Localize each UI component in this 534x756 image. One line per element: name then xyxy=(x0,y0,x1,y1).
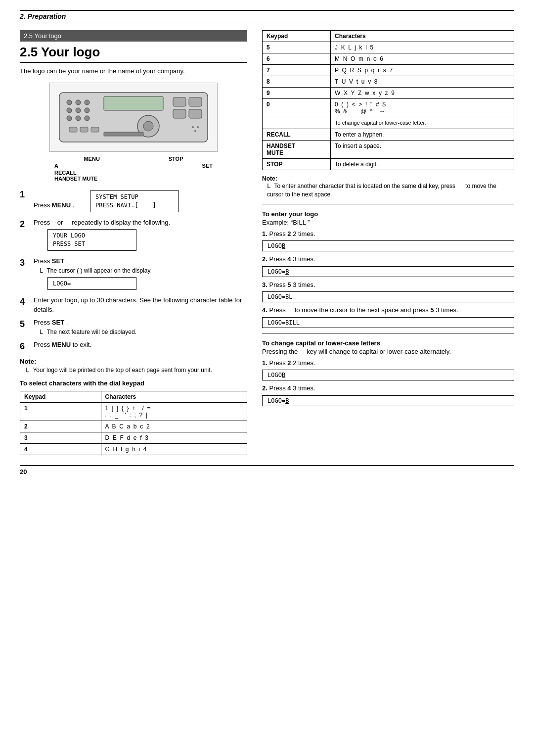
table-row: 6 M N O m n o 6 xyxy=(263,53,514,65)
svg-point-21 xyxy=(192,126,194,128)
key-9: 9 xyxy=(263,88,331,99)
enter-step-1: 1. Press 2 2 times. xyxy=(262,229,514,239)
change-capital-title: To change capital or lower-case letters xyxy=(262,339,514,347)
key-3: 3 xyxy=(20,432,101,443)
note-main-text: Your logo will be printed on the top of … xyxy=(20,366,247,375)
svg-point-3 xyxy=(76,100,81,105)
step-3-num: 3 xyxy=(20,257,34,292)
table-row: 4 G H I g h i 4 xyxy=(20,443,247,455)
device-svg xyxy=(54,88,213,147)
label-stop: STOP xyxy=(169,156,183,162)
intro-text: The logo can be your name or the name of… xyxy=(20,67,247,76)
device-labels-row2: A SET xyxy=(49,163,218,169)
key-1: 1 xyxy=(20,402,101,421)
left-column: 2.5 Your logo 2.5 Your logo The logo can… xyxy=(20,30,247,455)
svg-rect-12 xyxy=(189,97,202,106)
table-row: STOP To delete a digit. xyxy=(263,159,514,170)
chapter-title-bar: 2.5 Your logo xyxy=(20,30,247,42)
svg-rect-18 xyxy=(80,127,88,132)
svg-point-8 xyxy=(67,116,72,121)
col-header-keypad-left: Keypad xyxy=(20,391,101,402)
svg-point-5 xyxy=(67,108,72,113)
display-logob-2: LOGO=B xyxy=(262,266,514,277)
key-4: 4 xyxy=(20,443,101,455)
step-6: 6 Press MENU to exit. xyxy=(20,340,247,353)
chars-2: A B C a b c 2 xyxy=(101,421,247,432)
table-row: To change capital or lower-case letter. xyxy=(263,117,514,129)
enter-logo-example: Example: “BILL ” xyxy=(262,219,514,226)
step-1-key: MENU xyxy=(52,201,71,209)
svg-rect-20 xyxy=(104,132,143,136)
enter-step-2: 2. Press 4 3 times. xyxy=(262,254,514,264)
label-a: A xyxy=(54,163,58,169)
label-handset-mute: HANDSET MUTE xyxy=(54,176,218,182)
display-your-logo: YOUR LOGOPRESS SET xyxy=(47,229,136,251)
keypad-table-right: Keypad Characters 5 J K L j k l 5 6 M N … xyxy=(262,30,514,170)
display-cap-logob-1: LOGOB xyxy=(262,370,514,380)
chapter-heading: 2.5 Your logo xyxy=(20,45,247,63)
step-5-num: 5 xyxy=(20,318,34,336)
step-6-num: 6 xyxy=(20,340,34,353)
enter-logo-title: To enter your logo xyxy=(262,210,514,218)
display-system-setup: SYSTEM SETUPPRESS NAVI.[ ] xyxy=(90,190,179,212)
key-case xyxy=(263,117,331,129)
step-4-num: 4 xyxy=(20,296,34,314)
key-recall: RECALL xyxy=(263,129,331,141)
page-footer: 20 xyxy=(20,465,514,475)
step-4-content: Enter your logo, up to 30 characters. Se… xyxy=(34,296,247,314)
svg-point-10 xyxy=(85,116,89,121)
step-5-content: Press SET . The next feature will be dis… xyxy=(34,318,247,336)
display-logob-1: LOGOB xyxy=(262,240,514,251)
step-3-key: SET xyxy=(52,257,64,265)
svg-point-23 xyxy=(194,130,196,132)
step-6-key: MENU xyxy=(52,341,71,348)
chars-6: M N O m n o 6 xyxy=(331,53,514,65)
change-capital-intro: Pressing the key will change to capital … xyxy=(262,348,514,355)
device-labels: MENU STOP xyxy=(49,156,218,162)
section-header-title: 2. Preparation xyxy=(20,12,66,20)
chars-0: 0 ( ) < > ! " # $ % & @ ^ → xyxy=(331,99,514,117)
key-2: 2 xyxy=(20,421,101,432)
device-labels-row3: RECALL HANDSET MUTE xyxy=(49,170,218,182)
step-3-sub: The cursor ( ) will appear on the displa… xyxy=(34,267,247,275)
select-chars-heading: To select characters with the dial keypa… xyxy=(20,379,247,387)
table-row: 1 1 [ ] { } + / = , . _ ' : ; ? | xyxy=(20,402,247,421)
table-row: HANDSETMUTE To insert a space. xyxy=(263,141,514,159)
note-main-title: Note: xyxy=(20,358,247,365)
table-row: 7 P Q R S p q r s 7 xyxy=(263,65,514,76)
chars-8: T U V t u v 8 xyxy=(331,76,514,88)
title-bar-text: 2.5 Your logo xyxy=(24,32,61,40)
step-5: 5 Press SET . The next feature will be d… xyxy=(20,318,247,336)
chars-7: P Q R S p q r s 7 xyxy=(331,65,514,76)
chars-3: D E F d e f 3 xyxy=(101,432,247,443)
enter-step-3: 3. Press 5 3 times. xyxy=(262,280,514,290)
chars-stop: To delete a digit. xyxy=(331,159,514,170)
chars-1: 1 [ ] { } + / = , . _ ' : ; ? | xyxy=(101,402,247,421)
cap-step-1: 1. Press 2 2 times. xyxy=(262,358,514,368)
step-3-content: Press SET . The cursor ( ) will appear o… xyxy=(34,257,247,292)
key-0: 0 xyxy=(263,99,331,117)
table-row: 0 0 ( ) < > ! " # $ % & @ ^ → xyxy=(263,99,514,117)
step-5-sub: The next feature will be displayed. xyxy=(34,328,247,336)
step-4: 4 Enter your logo, up to 30 characters. … xyxy=(20,296,247,314)
display-cap-logob-2: LOGO=B xyxy=(262,395,514,406)
svg-point-22 xyxy=(197,126,199,128)
chars-case: To change capital or lower-case letter. xyxy=(331,117,514,129)
table-row: 8 T U V t u v 8 xyxy=(263,76,514,88)
key-stop: STOP xyxy=(263,159,331,170)
note-right: Note: To enter another character that is… xyxy=(262,175,514,199)
svg-rect-14 xyxy=(189,109,202,118)
chars-recall: To enter a hyphen. xyxy=(331,129,514,141)
change-capital-section: To change capital or lower-case letters … xyxy=(262,339,514,406)
step-6-content: Press MENU to exit. xyxy=(34,340,247,353)
svg-point-16 xyxy=(143,121,153,131)
chars-9: W X Y Z w x y z 9 xyxy=(331,88,514,99)
step-2-content: Press or repeatedly to display the follo… xyxy=(34,218,247,253)
key-5: 5 xyxy=(263,42,331,53)
step-2-num: 2 xyxy=(20,218,34,253)
key-handset-mute: HANDSETMUTE xyxy=(263,141,331,159)
svg-rect-17 xyxy=(69,127,77,132)
step-5-key: SET xyxy=(52,319,64,326)
table-row: RECALL To enter a hyphen. xyxy=(263,129,514,141)
step-1: 1 Press MENU . SYSTEM SETUPPRESS NAVI.[ … xyxy=(20,189,247,214)
